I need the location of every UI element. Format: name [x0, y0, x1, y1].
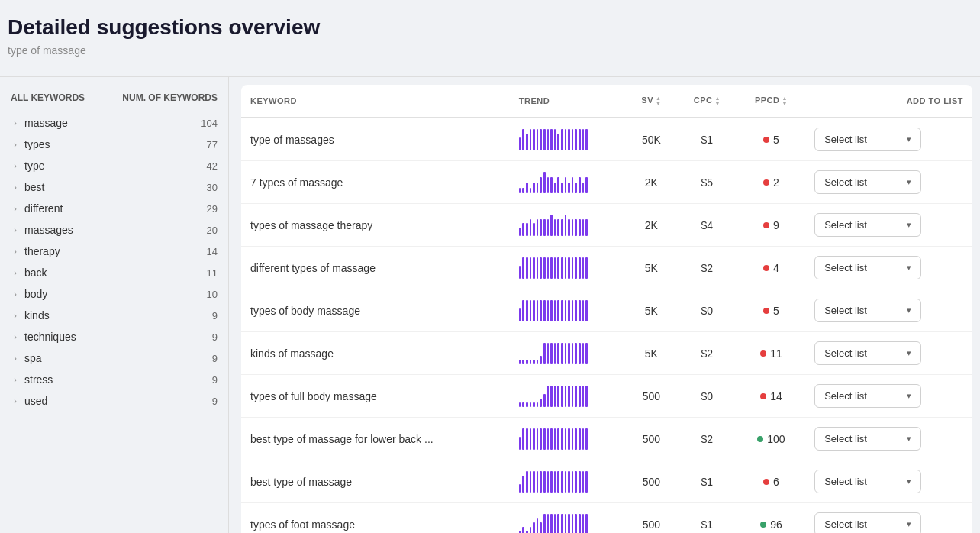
- sidebar-item[interactable]: › therapy 14: [8, 241, 221, 262]
- cpc-sort-icon[interactable]: [714, 95, 720, 106]
- sidebar-item[interactable]: › body 10: [8, 283, 221, 305]
- trend-bar: [530, 428, 532, 450]
- table-row: best type of massage for lower back ... …: [241, 418, 972, 460]
- table-row: types of foot massage 500 $1 96 Select l…: [241, 503, 972, 533]
- cell-sv: 500: [626, 375, 677, 418]
- select-list-button[interactable]: Select list ▾: [814, 256, 921, 279]
- ppcd-dot-icon: [763, 479, 769, 485]
- trend-bar: [522, 223, 524, 236]
- sidebar-item-label: massage: [24, 117, 68, 129]
- trend-bar: [575, 300, 577, 321]
- ppcd-dot-icon: [763, 308, 769, 314]
- trend-bar: [585, 428, 588, 450]
- trend-bar: [547, 129, 550, 150]
- select-list-button[interactable]: Select list ▾: [814, 213, 921, 237]
- cell-cpc: $2: [677, 332, 737, 375]
- trend-bar: [568, 471, 570, 493]
- ppcd-sort-icon[interactable]: [782, 95, 788, 106]
- trend-bar: [582, 514, 585, 533]
- trend-bar: [554, 428, 556, 450]
- trend-bar: [540, 300, 542, 321]
- trend-bar: [526, 531, 528, 533]
- cell-ppcd: 5: [737, 118, 805, 161]
- trend-chart: [519, 428, 588, 450]
- trend-bar: [582, 386, 585, 407]
- cell-keyword: type of massages: [241, 118, 510, 161]
- cell-cpc: $1: [677, 460, 737, 503]
- trend-bar: [550, 514, 553, 533]
- sidebar-item[interactable]: › type 42: [8, 155, 221, 176]
- sidebar-item[interactable]: › massages 20: [8, 219, 221, 241]
- trend-bar: [526, 402, 528, 407]
- sidebar-item[interactable]: › massage 104: [8, 112, 221, 134]
- cell-addtolist: Select list ▾: [805, 460, 972, 503]
- ppcd-dot-icon: [760, 522, 766, 528]
- sidebar-item[interactable]: › back 11: [8, 262, 221, 283]
- page-subtitle: type of massage: [8, 44, 965, 57]
- trend-bar: [543, 257, 546, 279]
- select-list-button[interactable]: Select list ▾: [814, 341, 921, 365]
- sidebar-item[interactable]: › different 29: [8, 198, 221, 219]
- trend-bar: [582, 343, 585, 364]
- trend-bar: [540, 399, 542, 407]
- trend-bar: [554, 129, 556, 150]
- trend-bar: [530, 300, 532, 321]
- sidebar-item[interactable]: › used 9: [8, 390, 221, 412]
- select-list-button[interactable]: Select list ▾: [814, 299, 921, 322]
- select-list-button[interactable]: Select list ▾: [814, 170, 921, 194]
- col-cpc: CPC: [677, 85, 737, 118]
- trend-bar: [557, 471, 559, 493]
- trend-bar: [557, 177, 559, 193]
- cell-sv: 500: [626, 460, 677, 503]
- trend-bar: [557, 343, 559, 364]
- select-list-button[interactable]: Select list ▾: [814, 128, 921, 151]
- trend-bar: [582, 471, 585, 493]
- trend-bar: [554, 257, 556, 279]
- table-row: kinds of massage 5K $2 11 Select list ▾: [241, 332, 972, 375]
- cell-cpc: $0: [677, 289, 737, 332]
- select-list-button[interactable]: Select list ▾: [814, 384, 921, 408]
- sidebar-item[interactable]: › techniques 9: [8, 326, 221, 347]
- trend-bar: [579, 300, 581, 321]
- trend-bar: [557, 386, 559, 407]
- trend-bar: [530, 219, 532, 236]
- select-list-button[interactable]: Select list ▾: [814, 470, 921, 493]
- select-list-chevron-icon: ▾: [907, 263, 911, 273]
- trend-bar: [582, 219, 585, 236]
- trend-bar: [568, 386, 570, 407]
- cell-cpc: $1: [677, 503, 737, 533]
- ppcd-value: 9: [773, 219, 779, 231]
- cell-trend: [510, 460, 626, 503]
- trend-bar: [522, 257, 524, 279]
- sidebar-item[interactable]: › best 30: [8, 176, 221, 198]
- trend-bar: [575, 257, 577, 279]
- trend-bar: [537, 219, 539, 236]
- sv-sort-icon[interactable]: [656, 95, 661, 106]
- trend-bar: [547, 386, 550, 407]
- trend-bar: [526, 257, 528, 279]
- trend-bar: [579, 343, 581, 364]
- select-list-button[interactable]: Select list ▾: [814, 512, 921, 533]
- sidebar-item[interactable]: › types 77: [8, 134, 221, 155]
- cell-ppcd: 5: [737, 289, 805, 332]
- cell-sv: 2K: [626, 161, 677, 204]
- ppcd-value: 2: [773, 176, 779, 189]
- cell-trend: [510, 375, 626, 418]
- trend-bar: [561, 257, 563, 279]
- chevron-right-icon: ›: [11, 289, 20, 299]
- sidebar-item[interactable]: › spa 9: [8, 347, 221, 369]
- cell-sv: 500: [626, 503, 677, 533]
- cell-ppcd: 9: [737, 204, 805, 247]
- trend-bar: [561, 219, 563, 236]
- trend-bar: [575, 343, 577, 364]
- trend-bar: [575, 219, 577, 236]
- chevron-right-icon: ›: [11, 204, 20, 213]
- sidebar-item-label: back: [24, 266, 47, 279]
- sidebar-item[interactable]: › kinds 9: [8, 305, 221, 326]
- select-list-label: Select list: [824, 390, 867, 402]
- select-list-button[interactable]: Select list ▾: [814, 427, 921, 451]
- cell-trend: [510, 204, 626, 247]
- keywords-table: KEYWORD TREND SV CPC PPCD ADD TO L: [241, 85, 972, 533]
- sidebar-item[interactable]: › stress 9: [8, 369, 221, 390]
- ppcd-value: 4: [773, 262, 779, 274]
